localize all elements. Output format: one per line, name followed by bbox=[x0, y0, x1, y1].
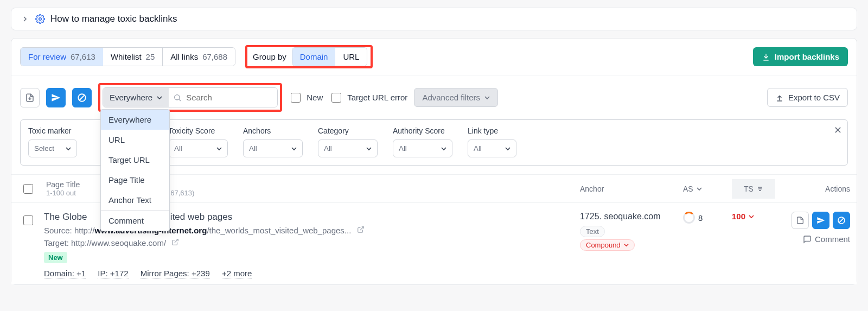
chevron-down-icon bbox=[366, 146, 372, 151]
column-as[interactable]: AS bbox=[683, 179, 732, 199]
target-error-checkbox-input[interactable] bbox=[331, 93, 341, 103]
chevron-right-icon[interactable] bbox=[20, 14, 30, 24]
external-link-icon[interactable] bbox=[171, 238, 179, 247]
group-by-label: Group by bbox=[253, 52, 286, 61]
column-actions: Actions bbox=[775, 179, 857, 199]
row-send-icon[interactable] bbox=[812, 212, 829, 229]
domain-link[interactable]: Domain: +1 bbox=[44, 269, 86, 278]
chevron-down-icon bbox=[291, 146, 297, 151]
scope-option-comment[interactable]: Comment bbox=[101, 211, 169, 231]
anchor-value: 1725. seoquake.com bbox=[580, 212, 683, 221]
more-link[interactable]: +2 more bbox=[222, 269, 252, 278]
chevron-down-icon bbox=[484, 95, 490, 100]
row-meta-links: Domain: +1 IP: +172 Mirror Pages: +239 +… bbox=[44, 269, 567, 278]
chevron-down-icon bbox=[749, 214, 754, 219]
compound-badge[interactable]: Compound bbox=[580, 239, 635, 251]
group-by-domain[interactable]: Domain bbox=[292, 47, 336, 66]
filter-label: Authority Score bbox=[393, 126, 452, 135]
as-gauge-icon bbox=[683, 212, 695, 224]
chevron-down-icon bbox=[624, 243, 629, 247]
row-export-icon[interactable] bbox=[792, 212, 809, 229]
chevron-down-icon bbox=[157, 95, 162, 100]
column-label: Page Title bbox=[46, 180, 80, 189]
as-value: 8 bbox=[683, 212, 732, 224]
column-ts[interactable]: TS bbox=[732, 179, 775, 199]
select-value: All bbox=[324, 144, 332, 153]
ip-link[interactable]: IP: +172 bbox=[98, 269, 128, 278]
help-panel: How to manage toxic backlinks bbox=[11, 8, 857, 30]
row-checkbox[interactable] bbox=[23, 215, 33, 225]
column-label: TS bbox=[744, 185, 754, 193]
scope-option-everywhere[interactable]: Everywhere bbox=[101, 110, 169, 130]
close-icon[interactable]: ✕ bbox=[834, 124, 842, 136]
button-label: Import backlinks bbox=[775, 52, 839, 61]
toxicity-score-select[interactable]: All bbox=[168, 139, 228, 157]
category-select[interactable]: All bbox=[318, 139, 378, 157]
checkbox-label: Target URL error bbox=[347, 93, 407, 102]
column-sub: 1-100 out bbox=[46, 189, 76, 197]
filter-label: Toxic marker bbox=[28, 126, 77, 135]
scope-option-page-title[interactable]: Page Title bbox=[101, 170, 169, 190]
new-checkbox-input[interactable] bbox=[291, 93, 301, 103]
group-by-segment: Domain URL bbox=[292, 47, 368, 66]
main-panel: For review 67,613 Whitelist 25 All links… bbox=[11, 38, 857, 285]
gear-icon bbox=[35, 14, 45, 24]
search-scope-button[interactable]: Everywhere bbox=[103, 88, 169, 107]
tab-all-links[interactable]: All links 67,688 bbox=[163, 48, 235, 66]
external-link-icon[interactable] bbox=[357, 226, 365, 235]
button-label: Export to CSV bbox=[788, 93, 840, 102]
filter-label: Link type bbox=[468, 126, 516, 135]
group-by-url[interactable]: URL bbox=[335, 48, 367, 66]
ts-value[interactable]: 100 bbox=[732, 212, 775, 221]
tab-whitelist[interactable]: Whitelist 25 bbox=[103, 48, 163, 66]
scope-option-target-url[interactable]: Target URL bbox=[101, 150, 169, 170]
tab-label: Whitelist bbox=[111, 52, 142, 61]
new-checkbox[interactable]: New bbox=[289, 91, 323, 104]
select-value: All bbox=[249, 144, 257, 153]
checkbox-label: New bbox=[307, 93, 323, 102]
scope-label: Everywhere bbox=[110, 93, 152, 102]
authority-score-select[interactable]: All bbox=[393, 139, 452, 157]
scope-option-url[interactable]: URL bbox=[101, 130, 169, 150]
target-error-checkbox[interactable]: Target URL error bbox=[329, 91, 407, 104]
tab-for-review[interactable]: For review 67,613 bbox=[20, 47, 104, 66]
anchors-select[interactable]: All bbox=[243, 139, 303, 157]
tab-count: 25 bbox=[146, 52, 155, 61]
export-csv-button[interactable]: Export to CSV bbox=[767, 88, 848, 107]
sort-icon bbox=[757, 186, 763, 192]
help-title[interactable]: How to manage toxic backlinks bbox=[50, 14, 177, 24]
new-badge: New bbox=[44, 252, 67, 263]
chevron-down-icon bbox=[216, 146, 222, 151]
group-by-highlight: Group by Domain URL bbox=[245, 45, 373, 68]
import-backlinks-button[interactable]: Import backlinks bbox=[753, 47, 848, 66]
select-value: Select bbox=[34, 144, 54, 153]
button-label: Advanced filters bbox=[422, 93, 480, 102]
select-all-checkbox[interactable] bbox=[23, 184, 33, 194]
search-input[interactable] bbox=[169, 88, 277, 107]
toxic-markers-select[interactable]: Select bbox=[28, 139, 77, 157]
select-value: All bbox=[174, 144, 182, 153]
chevron-down-icon bbox=[66, 146, 71, 151]
export-list-icon[interactable] bbox=[20, 88, 40, 107]
text-badge: Text bbox=[580, 226, 605, 237]
row-disavow-icon[interactable] bbox=[833, 212, 850, 229]
comment-button[interactable]: Comment bbox=[803, 234, 850, 244]
mirror-link[interactable]: Mirror Pages: +239 bbox=[141, 269, 210, 278]
scope-option-anchor-text[interactable]: Anchor Text bbox=[101, 190, 169, 210]
svg-line-2 bbox=[79, 94, 85, 100]
chevron-down-icon bbox=[697, 186, 702, 192]
tab-count: 67,613 bbox=[71, 52, 95, 61]
send-icon[interactable] bbox=[46, 88, 66, 107]
filter-label: Anchors bbox=[243, 126, 303, 135]
disavow-icon[interactable] bbox=[72, 88, 92, 107]
advanced-filters-button[interactable]: Advanced filters bbox=[414, 88, 498, 107]
link-type-select[interactable]: All bbox=[468, 139, 516, 157]
view-segment: For review 67,613 Whitelist 25 All links… bbox=[20, 47, 235, 66]
search-combo: Everywhere bbox=[103, 87, 278, 107]
select-value: All bbox=[474, 144, 482, 153]
tab-label: All links bbox=[170, 52, 198, 61]
tab-label: For review bbox=[28, 52, 66, 61]
column-label: AS bbox=[683, 185, 693, 193]
search-highlight: Everywhere Everywhere URL Target URL Pag… bbox=[98, 83, 282, 112]
column-anchor[interactable]: Anchor bbox=[580, 179, 683, 199]
